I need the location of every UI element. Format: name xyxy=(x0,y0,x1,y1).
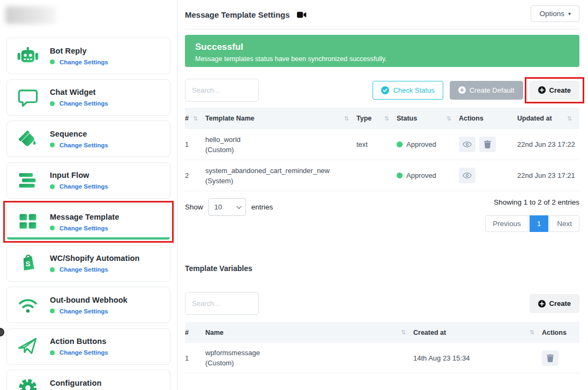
app: Bot Reply Change Settings Chat Widget Ch… xyxy=(0,0,588,390)
create-default-button[interactable]: Create Default xyxy=(450,81,523,100)
status-dot xyxy=(50,59,55,64)
trash-icon xyxy=(547,354,554,362)
view-button[interactable] xyxy=(459,137,475,152)
status-dot xyxy=(50,309,55,313)
gear-icon xyxy=(16,376,40,390)
page-size-select[interactable]: 10 xyxy=(209,198,246,216)
sidebar-item-configuration[interactable]: Configuration Change Settings xyxy=(6,370,170,390)
template-name-cell: system_abandoned_cart_reminder_new (Syst… xyxy=(205,166,356,186)
view-button[interactable] xyxy=(459,168,475,183)
variables-toolbar: Create xyxy=(185,292,579,315)
variable-kind: (Custom) xyxy=(205,358,413,368)
chat-bubble-icon xyxy=(16,85,40,110)
sort-icon: ⇅ xyxy=(530,329,534,336)
status-dot xyxy=(50,226,55,230)
updated-at: 22nd Jun 23 17:22 xyxy=(517,140,579,148)
sidebar-item-label: Configuration xyxy=(50,379,108,387)
delete-button[interactable] xyxy=(542,350,559,366)
change-settings-link[interactable]: Change Settings xyxy=(59,225,108,231)
chevron-down-icon: ▾ xyxy=(568,11,571,17)
trash-icon xyxy=(484,140,491,148)
template-kind: (Custom) xyxy=(205,145,356,155)
row-num: 1 xyxy=(185,354,205,362)
video-tutorial-icon[interactable] xyxy=(297,11,307,18)
status-label: Approved xyxy=(406,171,436,179)
table-footer: Show 10 entries Showing 1 to 2 of 2 entr… xyxy=(185,198,579,232)
plus-circle-icon xyxy=(538,86,546,94)
page-header: Message Template Settings Options ▾ xyxy=(185,0,579,29)
template-search-input[interactable] xyxy=(185,79,259,102)
main-content: Message Template Settings Options ▾ Succ… xyxy=(177,0,588,390)
variable-name: wpformsmessage xyxy=(205,348,413,358)
options-button[interactable]: Options ▾ xyxy=(531,5,579,22)
approved-dot xyxy=(397,172,403,178)
sidebar-item-bot-reply[interactable]: Bot Reply Change Settings xyxy=(6,38,170,74)
status-dot xyxy=(50,184,55,189)
sidebar-item-input-flow[interactable]: Input Flow Change Settings xyxy=(6,162,170,199)
template-type: text xyxy=(356,140,397,148)
status-dot xyxy=(50,142,55,147)
templates-toolbar: Check Status Create Default Create xyxy=(185,78,579,102)
paper-plane-icon xyxy=(16,334,40,359)
next-page-button[interactable]: Next xyxy=(549,215,579,232)
sidebar-item-action-buttons[interactable]: Action Buttons Change Settings xyxy=(6,328,170,365)
change-settings-link[interactable]: Change Settings xyxy=(59,308,108,314)
app-logo xyxy=(5,6,57,24)
row-num: 1 xyxy=(185,140,205,148)
eye-icon xyxy=(463,172,472,179)
sidebar-item-wc-shopify[interactable]: S WC/Shopify Automation Change Settings xyxy=(6,245,170,282)
create-variable-button[interactable]: Create xyxy=(530,294,579,313)
updated-at: 22nd Jun 23 17:21 xyxy=(517,171,579,179)
col-created-at[interactable]: Created at⇅ xyxy=(413,329,542,336)
status-cell: Approved xyxy=(397,171,459,179)
variable-search-input[interactable] xyxy=(185,292,259,315)
sidebar: Bot Reply Change Settings Chat Widget Ch… xyxy=(0,0,177,390)
change-settings-link[interactable]: Change Settings xyxy=(59,349,108,356)
success-alert: Successful Message templates status have… xyxy=(185,35,579,67)
svg-text:S: S xyxy=(25,260,30,268)
previous-page-button[interactable]: Previous xyxy=(485,215,529,232)
col-template-name[interactable]: Template Name⇅ xyxy=(205,115,356,122)
create-default-label: Create Default xyxy=(470,86,515,94)
created-at: 14th Aug 23 15:34 xyxy=(413,354,542,362)
approved-dot xyxy=(397,141,403,147)
sidebar-item-outbound-webhook[interactable]: Out-bound Webhook Change Settings xyxy=(6,287,170,323)
change-settings-link[interactable]: Change Settings xyxy=(59,183,108,190)
col-status[interactable]: Status⇅ xyxy=(397,115,459,122)
check-status-button[interactable]: Check Status xyxy=(373,81,443,100)
plus-circle-icon xyxy=(538,300,546,308)
table-header-row: # Name⇅ Created at⇅ Actions xyxy=(185,322,579,343)
sort-icon: ⇅ xyxy=(344,115,349,122)
plus-circle-icon xyxy=(458,86,466,94)
shopify-bag-icon: S xyxy=(16,251,40,276)
sidebar-item-chat-widget[interactable]: Chat Widget Change Settings xyxy=(6,79,170,116)
change-settings-link[interactable]: Change Settings xyxy=(59,266,108,273)
check-status-label: Check Status xyxy=(393,86,434,94)
sidebar-item-message-template[interactable]: Message Template Change Settings xyxy=(6,204,170,240)
create-button[interactable]: Create xyxy=(530,81,579,100)
grid-icon xyxy=(16,209,40,234)
col-type[interactable]: Type⇅ xyxy=(356,115,397,122)
sort-icon: ⇅ xyxy=(446,115,451,122)
variable-name-cell: wpformsmessage (Custom) xyxy=(205,348,413,368)
page-1-button[interactable]: 1 xyxy=(530,215,549,232)
active-indicator xyxy=(7,237,170,239)
actions-cell xyxy=(459,168,517,183)
change-settings-link[interactable]: Change Settings xyxy=(59,100,108,107)
sidebar-item-sequence[interactable]: Sequence Change Settings xyxy=(6,121,170,157)
sidebar-item-label: Message Template xyxy=(50,213,119,221)
sidebar-item-label: Out-bound Webhook xyxy=(50,296,128,304)
change-settings-link[interactable]: Change Settings xyxy=(59,59,108,65)
status-dot xyxy=(50,267,55,272)
sidebar-item-label: Sequence xyxy=(50,130,108,138)
delete-button[interactable] xyxy=(479,137,496,152)
actions-cell xyxy=(459,137,517,152)
col-updated-at[interactable]: Updated at⇅ xyxy=(517,115,579,122)
wifi-icon xyxy=(16,292,40,317)
col-num[interactable]: #⇅ xyxy=(185,115,205,122)
robot-icon xyxy=(16,43,40,68)
chevron-down-icon xyxy=(236,204,242,209)
col-actions: Actions xyxy=(459,115,517,122)
change-settings-link[interactable]: Change Settings xyxy=(59,142,108,148)
col-name[interactable]: Name⇅ xyxy=(205,329,413,336)
